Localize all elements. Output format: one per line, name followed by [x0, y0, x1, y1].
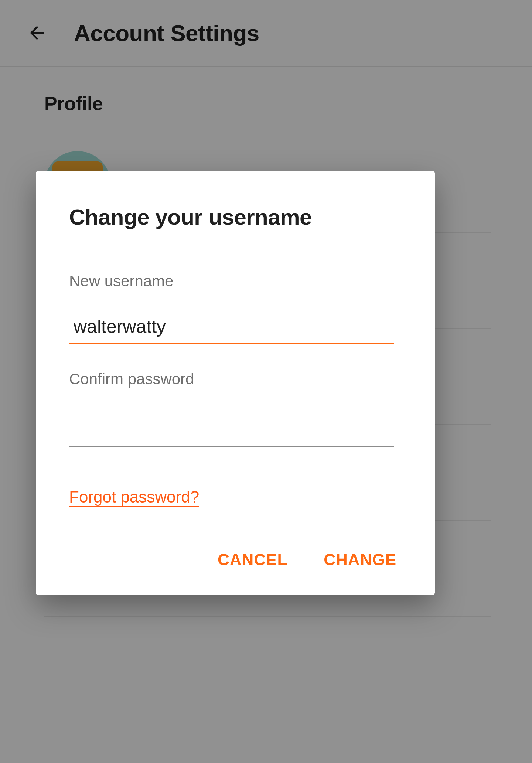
dialog-actions: CANCEL CHANGE	[69, 547, 402, 573]
new-username-input[interactable]	[69, 312, 394, 344]
cancel-button[interactable]: CANCEL	[216, 547, 289, 573]
change-button[interactable]: CHANGE	[322, 547, 398, 573]
confirm-password-input[interactable]	[69, 410, 394, 447]
forgot-password-link[interactable]: Forgot password?	[69, 488, 199, 506]
dialog-title: Change your username	[69, 204, 402, 230]
confirm-password-label: Confirm password	[69, 370, 402, 388]
change-username-dialog: Change your username New username Confir…	[36, 171, 435, 595]
new-username-label: New username	[69, 272, 402, 290]
